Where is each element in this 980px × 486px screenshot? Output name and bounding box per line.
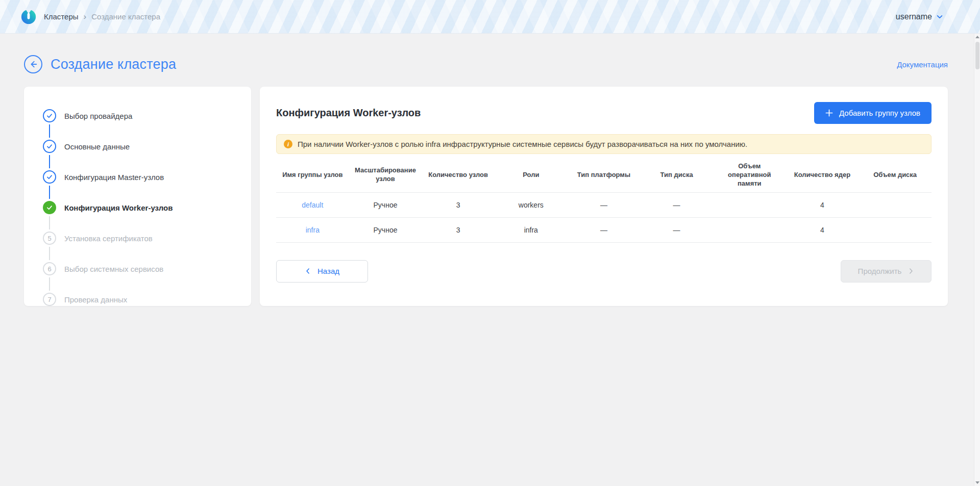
table-header-cell: Масштабирование узлов — [349, 158, 422, 192]
cell-cores: 4 — [786, 192, 859, 217]
table-header-cell: Тип диска — [640, 158, 713, 192]
step-status-icon: 7 — [43, 293, 56, 306]
breadcrumb-separator-icon: › — [84, 12, 87, 21]
group-name-link[interactable]: infra — [306, 226, 320, 234]
breadcrumb: Кластеры › Создание кластера — [44, 12, 160, 21]
node-groups-table: Имя группы узловМасштабирование узловКол… — [276, 158, 932, 243]
panel-heading: Конфигурация Worker-узлов — [276, 107, 421, 119]
table-header-cell: Объем оперативной памяти — [713, 158, 786, 192]
worker-config-panel: Конфигурация Worker-узлов Добавить групп… — [260, 87, 948, 306]
table-row: infra Ручное 3 infra — — 4 — [276, 217, 932, 242]
warning-banner: i При наличии Worker-узлов с ролью infra… — [276, 134, 932, 154]
app-logo[interactable] — [20, 9, 37, 25]
step-connector — [49, 155, 50, 168]
stepper-step[interactable]: 7 Проверка данных — [43, 293, 241, 321]
stepper-step[interactable]: 3 Конфигурация Master-узлов — [43, 170, 241, 199]
table-row: default Ручное 3 workers — — 4 — [276, 192, 932, 217]
stepper-step[interactable]: 2 Основные данные — [43, 140, 241, 168]
title-row: Создание кластера Документация — [24, 55, 948, 73]
step-status-icon: 4 — [43, 201, 56, 214]
page-content: Создание кластера Документация 1 Выбор п… — [0, 55, 980, 306]
table-header-cell: Роли — [495, 158, 568, 192]
stepper-step[interactable]: 1 Выбор провайдера — [43, 109, 241, 138]
cell-nodes-count: 3 — [422, 217, 495, 242]
back-button[interactable]: Назад — [276, 260, 368, 283]
breadcrumb-current: Создание кластера — [91, 12, 160, 21]
step-status-icon: 3 — [43, 170, 56, 184]
table-body: default Ручное 3 workers — — 4 infr — [276, 192, 932, 242]
step-connector — [49, 277, 50, 291]
documentation-link[interactable]: Документация — [897, 60, 948, 69]
topbar: Кластеры › Создание кластера username — [0, 0, 980, 34]
step-number: 7 — [47, 296, 51, 303]
table-header-cell: Тип платформы — [568, 158, 641, 192]
step-label: Установка сертификатов — [64, 234, 153, 243]
table-header-cell: Количество ядер — [786, 158, 859, 192]
warning-text: При наличии Worker-узлов с ролью infra и… — [298, 140, 747, 148]
step-label: Основные данные — [64, 142, 130, 151]
chevron-right-icon — [908, 268, 914, 274]
continue-button-label: Продолжить — [858, 267, 902, 275]
cell-disk-size — [859, 217, 932, 242]
stepper-step[interactable]: 5 Установка сертификатов — [43, 232, 241, 260]
cell-disk-type: — — [640, 192, 713, 217]
info-icon: i — [284, 140, 292, 148]
back-button-label: Назад — [317, 267, 339, 275]
cell-roles: infra — [495, 217, 568, 242]
page-title: Создание кластера — [51, 57, 176, 72]
stepper-step[interactable]: 6 Выбор системных сервисов — [43, 262, 241, 291]
step-connector — [49, 124, 50, 138]
continue-button[interactable]: Продолжить — [841, 260, 932, 283]
back-circle-button[interactable] — [24, 55, 42, 73]
step-label: Выбор провайдера — [64, 112, 132, 120]
cell-nodes-count: 3 — [422, 192, 495, 217]
step-number: 6 — [47, 265, 51, 273]
cell-roles: workers — [495, 192, 568, 217]
panel-actions: Назад Продолжить — [276, 260, 932, 283]
chevron-down-icon — [936, 13, 943, 20]
cell-scaling: Ручное — [349, 217, 422, 242]
step-connector — [49, 247, 50, 260]
step-number: 5 — [47, 235, 51, 242]
step-label: Проверка данных — [64, 295, 127, 304]
cell-platform-type: — — [568, 192, 641, 217]
cell-disk-type: — — [640, 217, 713, 242]
step-label: Конфигурация Master-узлов — [64, 173, 164, 182]
step-status-icon: 1 — [43, 109, 56, 122]
step-connector — [49, 216, 50, 229]
add-node-group-label: Добавить группу узлов — [839, 109, 920, 117]
cell-ram — [713, 192, 786, 217]
cell-disk-size — [859, 192, 932, 217]
cell-cores: 4 — [786, 217, 859, 242]
vertical-scrollbar[interactable] — [974, 34, 980, 486]
cell-ram — [713, 217, 786, 242]
scroll-down-icon[interactable] — [975, 481, 979, 484]
cell-platform-type: — — [568, 217, 641, 242]
breadcrumb-clusters-link[interactable]: Кластеры — [44, 12, 79, 21]
table-header-cell: Объем диска — [859, 158, 932, 192]
group-name-link[interactable]: default — [302, 201, 323, 209]
scrollbar-thumb[interactable] — [975, 42, 979, 69]
chevron-left-icon — [305, 268, 311, 274]
scroll-up-icon[interactable] — [975, 36, 979, 38]
stepper: 1 Выбор провайдера 2 Осн — [43, 109, 241, 321]
user-menu[interactable]: username — [896, 12, 943, 21]
step-status-icon: 2 — [43, 140, 56, 153]
plus-icon — [825, 109, 833, 117]
step-connector — [49, 186, 50, 199]
step-status-icon: 6 — [43, 262, 56, 275]
cell-scaling: Ручное — [349, 192, 422, 217]
stepper-card: 1 Выбор провайдера 2 Осн — [24, 87, 251, 306]
table-header-cell: Имя группы узлов — [276, 158, 349, 192]
topbar-left: Кластеры › Создание кластера — [20, 9, 160, 25]
step-label: Выбор системных сервисов — [64, 265, 163, 273]
table-head: Имя группы узловМасштабирование узловКол… — [276, 158, 932, 192]
table-header-cell: Количество узлов — [422, 158, 495, 192]
step-status-icon: 5 — [43, 232, 56, 245]
add-node-group-button[interactable]: Добавить группу узлов — [814, 102, 932, 124]
username-label: username — [896, 12, 932, 21]
step-label: Конфигурация Worker-узлов — [64, 203, 173, 212]
stepper-step[interactable]: 4 Конфигурация Worker-узлов — [43, 201, 241, 229]
